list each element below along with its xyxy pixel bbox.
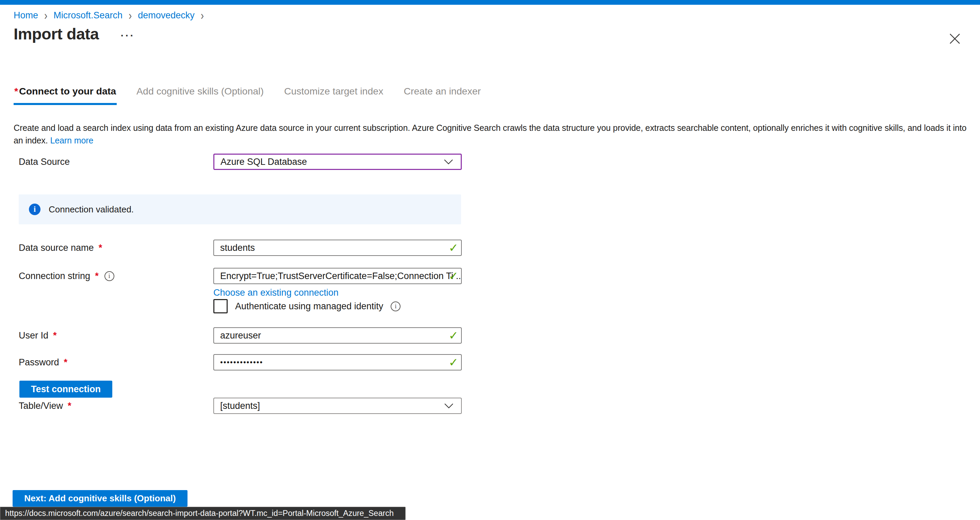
close-button[interactable] [948, 32, 962, 46]
breadcrumb-demovedecky[interactable]: demovedecky [138, 10, 195, 21]
required-marker: * [68, 401, 72, 411]
test-connection-button[interactable]: Test connection [19, 380, 112, 398]
chevron-right-icon: › [201, 10, 204, 21]
valid-check-icon: ✓ [449, 329, 459, 342]
managed-identity-checkbox[interactable] [213, 299, 228, 313]
chevron-right-icon: › [129, 10, 132, 21]
data-source-row: Data Source Azure SQL Database [19, 154, 462, 170]
azure-top-bar [0, 0, 980, 5]
required-marker: * [95, 271, 99, 281]
user-id-control: azureuser ✓ [213, 327, 462, 344]
user-id-label: User Id * [19, 330, 213, 341]
title-row: Import data ··· [14, 24, 135, 43]
breadcrumb-home[interactable]: Home [14, 10, 38, 21]
user-id-input[interactable]: azureuser [213, 327, 462, 344]
connection-string-row: Connection string * i Encrypt=True;Trust… [19, 268, 462, 284]
breadcrumb: Home › Microsoft.Search › demovedecky › [14, 10, 204, 21]
field-label-text: Data source name [19, 243, 94, 253]
data-source-name-control: students ✓ [213, 239, 462, 256]
tab-label: Connect to your data [19, 86, 116, 97]
required-marker: * [14, 86, 18, 97]
tab-connect-to-your-data[interactable]: *Connect to your data [14, 86, 117, 105]
input-value: Encrypt=True;TrustServerCertificate=Fals… [220, 271, 462, 281]
data-source-control: Azure SQL Database [213, 154, 462, 170]
data-source-value: Azure SQL Database [221, 157, 307, 167]
tab-label: Customize target index [284, 86, 383, 97]
tab-bar: *Connect to your data Add cognitive skil… [14, 86, 482, 105]
info-tooltip-icon[interactable]: i [391, 301, 401, 311]
table-view-dropdown[interactable]: [students] [213, 398, 462, 414]
info-icon: i [29, 204, 40, 215]
choose-existing-connection-link[interactable]: Choose an existing connection [213, 287, 339, 298]
data-source-label: Data Source [19, 157, 213, 167]
data-source-name-input[interactable]: students [213, 239, 462, 256]
data-source-name-row: Data source name * students ✓ [19, 239, 462, 256]
table-view-control: [students] [213, 398, 462, 414]
valid-check-icon: ✓ [449, 269, 459, 283]
tab-add-cognitive-skills[interactable]: Add cognitive skills (Optional) [136, 86, 264, 105]
status-url-tooltip: https://docs.microsoft.com/azure/search/… [0, 507, 406, 520]
password-row: Password * ••••••••••••• ✓ [19, 354, 462, 371]
data-source-dropdown[interactable]: Azure SQL Database [213, 154, 462, 170]
field-label-text: Connection string [19, 271, 90, 281]
table-view-row: Table/View * [students] [19, 398, 462, 414]
tab-label: Add cognitive skills (Optional) [137, 86, 264, 97]
banner-text: Connection validated. [49, 204, 134, 215]
connection-string-input[interactable]: Encrypt=True;TrustServerCertificate=Fals… [213, 268, 462, 284]
table-view-label: Table/View * [19, 401, 213, 411]
data-source-name-label: Data source name * [19, 243, 213, 253]
connection-string-control: Encrypt=True;TrustServerCertificate=Fals… [213, 268, 462, 284]
valid-check-icon: ✓ [449, 355, 459, 369]
import-data-page: Home › Microsoft.Search › demovedecky › … [0, 0, 980, 520]
learn-more-link[interactable]: Learn more [50, 136, 93, 145]
description: Create and load a search index using dat… [14, 122, 970, 147]
more-options-icon[interactable]: ··· [121, 27, 135, 41]
input-value: ••••••••••••• [220, 358, 263, 367]
status-url-text: https://docs.microsoft.com/azure/search/… [5, 509, 394, 518]
description-text: Create and load a search index using dat… [14, 123, 966, 145]
required-marker: * [64, 357, 68, 368]
chevron-down-icon [444, 403, 453, 409]
tab-label: Create an indexer [404, 86, 481, 97]
breadcrumb-microsoft-search[interactable]: Microsoft.Search [53, 10, 123, 21]
password-label: Password * [19, 357, 213, 368]
chevron-right-icon: › [44, 10, 47, 21]
password-input[interactable]: ••••••••••••• [213, 354, 462, 371]
close-icon [948, 32, 962, 46]
field-label-text: Password [19, 357, 59, 368]
field-label-text: User Id [19, 330, 48, 341]
field-label-text: Table/View [19, 401, 63, 411]
managed-identity-row: Authenticate using managed identity i [213, 299, 401, 313]
managed-identity-label: Authenticate using managed identity [235, 301, 383, 312]
user-id-row: User Id * azureuser ✓ [19, 327, 462, 344]
next-add-cognitive-skills-button[interactable]: Next: Add cognitive skills (Optional) [13, 490, 188, 507]
input-value: azureuser [220, 330, 261, 341]
info-tooltip-icon[interactable]: i [105, 271, 115, 281]
required-marker: * [99, 243, 102, 253]
required-marker: * [53, 330, 57, 341]
page-title: Import data [14, 24, 99, 43]
chevron-down-icon [444, 159, 453, 165]
tab-customize-target-index[interactable]: Customize target index [283, 86, 384, 105]
tab-create-an-indexer[interactable]: Create an indexer [403, 86, 482, 105]
table-view-value: [students] [220, 401, 260, 411]
field-label-text: Data Source [19, 157, 70, 167]
input-value: students [220, 243, 255, 253]
valid-check-icon: ✓ [449, 241, 459, 255]
password-control: ••••••••••••• ✓ [213, 354, 462, 371]
connection-validated-banner: i Connection validated. [19, 194, 461, 224]
connection-string-label: Connection string * i [19, 271, 213, 281]
